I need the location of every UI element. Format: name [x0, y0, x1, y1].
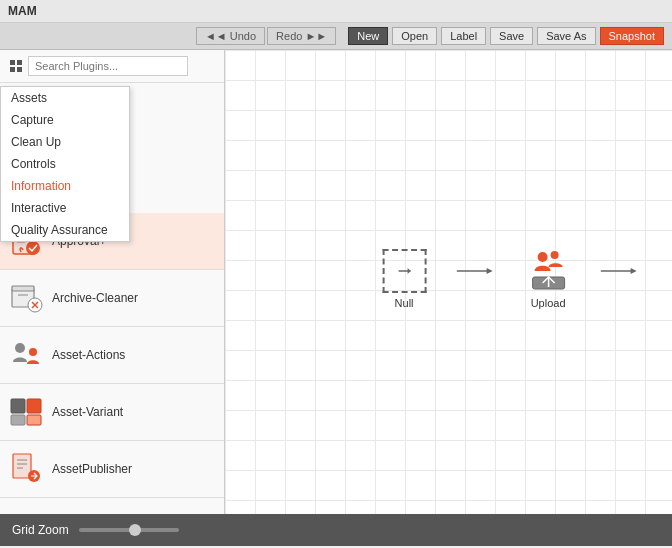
redo-button[interactable]: Redo ►►: [267, 27, 336, 45]
svg-rect-14: [11, 415, 25, 425]
workflow: Null: [382, 249, 672, 309]
snapshot-button[interactable]: Snapshot: [600, 27, 664, 45]
svg-rect-7: [12, 286, 34, 291]
plugin-label: Asset-Variant: [52, 405, 123, 419]
svg-rect-0: [10, 60, 15, 65]
canvas-area[interactable]: Null: [225, 50, 672, 514]
save-button[interactable]: Save: [490, 27, 533, 45]
main-layout: Assets Capture Clean Up Controls Informa…: [0, 50, 672, 514]
svg-marker-19: [407, 268, 410, 274]
search-input[interactable]: [28, 56, 188, 76]
svg-point-5: [26, 241, 40, 255]
dropdown-item-cleanup[interactable]: Clean Up: [1, 131, 129, 153]
svg-rect-12: [11, 399, 25, 413]
open-button[interactable]: Open: [392, 27, 437, 45]
dropdown-item-assets[interactable]: Assets: [1, 87, 129, 109]
wf-node-upload: Upload: [526, 249, 570, 309]
plugin-list: Approval+ Archive-Cleaner: [0, 213, 224, 514]
svg-point-10: [15, 343, 25, 353]
sidebar: Assets Capture Clean Up Controls Informa…: [0, 50, 225, 514]
dropdown-item-interactive[interactable]: Interactive: [1, 197, 129, 219]
zoom-slider-thumb[interactable]: [129, 524, 141, 536]
svg-marker-27: [630, 268, 636, 274]
arrow-2: [600, 263, 640, 279]
wf-node-null: Null: [382, 249, 426, 309]
zoom-slider-track: [79, 528, 179, 532]
plugin-label: AssetPublisher: [52, 462, 132, 476]
bottom-bar: Grid Zoom: [0, 514, 672, 546]
svg-rect-2: [10, 67, 15, 72]
asset-publisher-icon: [8, 451, 44, 487]
plugin-label: Archive-Cleaner: [52, 291, 138, 305]
toolbar: ◄◄ Undo Redo ►► New Open Label Save Save…: [0, 23, 672, 50]
zoom-label: Grid Zoom: [12, 523, 69, 537]
list-item[interactable]: AssetPublisher: [0, 441, 224, 498]
list-item[interactable]: Asset-Actions: [0, 327, 224, 384]
undo-redo-group: ◄◄ Undo Redo ►►: [196, 27, 336, 45]
plugin-list-icon: [8, 58, 24, 74]
dropdown-item-qa[interactable]: Quality Assurance: [1, 219, 129, 241]
svg-marker-21: [486, 268, 492, 274]
svg-rect-1: [17, 60, 22, 65]
null-icon: [382, 249, 426, 293]
svg-rect-13: [27, 399, 41, 413]
list-item[interactable]: Asset-Variant: [0, 384, 224, 441]
new-button[interactable]: New: [348, 27, 388, 45]
asset-variant-icon: [8, 394, 44, 430]
list-item[interactable]: Archive-Cleaner: [0, 270, 224, 327]
svg-rect-15: [27, 415, 41, 425]
dropdown-item-capture[interactable]: Capture: [1, 109, 129, 131]
undo-button[interactable]: ◄◄ Undo: [196, 27, 265, 45]
dropdown-item-controls[interactable]: Controls: [1, 153, 129, 175]
dropdown-item-information[interactable]: Information: [1, 175, 129, 197]
title-bar: MAM: [0, 0, 672, 23]
svg-point-23: [550, 251, 558, 259]
asset-actions-icon: [8, 337, 44, 373]
upload-label: Upload: [531, 297, 566, 309]
svg-point-22: [537, 252, 547, 262]
upload-icon: [526, 249, 570, 293]
plugin-label: Asset-Actions: [52, 348, 125, 362]
archive-cleaner-icon: [8, 280, 44, 316]
label-button[interactable]: Label: [441, 27, 486, 45]
svg-rect-3: [17, 67, 22, 72]
null-label: Null: [395, 297, 414, 309]
app-title: MAM: [8, 4, 37, 18]
save-as-button[interactable]: Save As: [537, 27, 595, 45]
svg-point-11: [29, 348, 37, 356]
search-area: [0, 50, 224, 83]
plugin-dropdown: Assets Capture Clean Up Controls Informa…: [0, 86, 130, 242]
arrow-1: [456, 263, 496, 279]
